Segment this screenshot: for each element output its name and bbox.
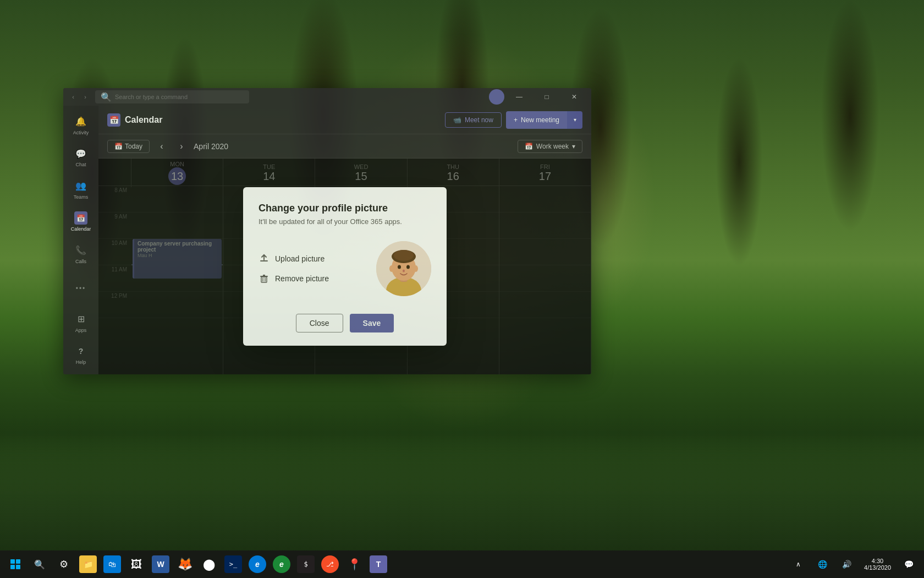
svg-point-12 <box>398 265 401 269</box>
sidebar-item-apps[interactable]: ⊞ Apps <box>65 308 96 338</box>
header-actions: 📹 Meet now + New meeting ▾ <box>445 111 582 129</box>
nav-back-button[interactable]: ‹ <box>68 91 79 102</box>
terminal-icon: >_ <box>224 555 242 573</box>
svg-point-14 <box>403 270 405 272</box>
chat-label: Chat <box>75 162 86 167</box>
taskbar-terminal[interactable]: >_ <box>222 553 244 575</box>
dialog-content: Upload picture <box>258 241 431 296</box>
prev-week-button[interactable]: ‹ <box>154 139 169 154</box>
today-button[interactable]: 📅 Today <box>107 140 150 153</box>
taskbar-search[interactable]: 🔍 <box>29 553 51 575</box>
taskbar-settings[interactable]: ⚙ <box>53 553 75 575</box>
upload-picture-label: Upload picture <box>275 254 324 263</box>
network-icon-taskbar[interactable]: 🌐 <box>811 553 833 575</box>
help-label: Help <box>76 359 86 365</box>
svg-point-15 <box>389 265 394 272</box>
avatar-svg <box>376 241 431 296</box>
edge-icon: e <box>249 555 266 573</box>
search-input[interactable] <box>115 94 244 100</box>
dialog-overlay: Change your profile picture It'll be upd… <box>98 159 591 374</box>
chrome-icon: ⬤ <box>203 558 215 571</box>
dropdown-icon: ▾ <box>572 143 575 150</box>
action-center-icon: 💬 <box>904 560 914 569</box>
taskbar-files[interactable]: 📁 <box>77 553 99 575</box>
teams-icon: 👥 <box>74 179 87 193</box>
new-meeting-dropdown[interactable]: ▾ <box>567 111 582 129</box>
clock-area[interactable]: 4:30 4/13/2020 <box>860 550 895 578</box>
next-week-button[interactable]: › <box>174 139 189 154</box>
dialog-footer: Close Save <box>258 314 431 332</box>
taskbar-chrome[interactable]: ⬤ <box>198 553 220 575</box>
upload-icon <box>258 253 270 264</box>
search-bar[interactable]: 🔍 <box>95 90 249 103</box>
dialog-save-button[interactable]: Save <box>350 314 394 332</box>
maximize-button[interactable]: □ <box>534 88 559 106</box>
profile-button[interactable] <box>489 89 504 105</box>
svg-rect-3 <box>261 277 267 282</box>
taskbar-bash[interactable]: $ <box>295 553 317 575</box>
calendar-nav: 📅 Today ‹ › April 2020 📅 Work week ▾ <box>98 134 591 159</box>
start-button[interactable] <box>4 553 26 575</box>
calendar-title-area: 📅 Calendar <box>107 113 438 127</box>
windows-logo <box>10 559 20 569</box>
win-pane-1 <box>10 559 15 564</box>
action-center-button[interactable]: 💬 <box>898 550 920 578</box>
sidebar-item-help[interactable]: ? Help <box>65 340 96 370</box>
taskbar-photos[interactable]: 🖼 <box>125 553 147 575</box>
svg-point-16 <box>414 265 418 272</box>
sidebar-item-calls[interactable]: 📞 Calls <box>65 239 96 269</box>
calendar-title-text: Calendar <box>125 115 162 125</box>
taskbar-git[interactable]: ⎇ <box>319 553 341 575</box>
dialog-title: Change your profile picture <box>258 203 431 214</box>
calendar-grid: Mon 13 Tue 14 Wed 15 Thu 16 <box>98 159 591 374</box>
firefox-icon: 🦊 <box>178 557 193 571</box>
files-icon: 📁 <box>79 555 97 573</box>
minimize-button[interactable]: — <box>507 88 532 106</box>
month-label: April 2020 <box>194 142 513 151</box>
calendar-header: 📅 Calendar 📹 Meet now + New meeting ▾ <box>98 106 591 134</box>
dialog-subtitle: It'll be updated for all of your Office … <box>258 217 431 226</box>
taskbar: 🔍 ⚙ 📁 🛍 🖼 W 🦊 ⬤ >_ <box>0 550 924 578</box>
more-icon: ••• <box>74 282 87 295</box>
taskbar-word[interactable]: W <box>150 553 172 575</box>
meet-now-button[interactable]: 📹 Meet now <box>445 112 502 128</box>
network-icon: 🌐 <box>818 560 827 569</box>
teams-window: ‹ › 🔍 — □ ✕ 🔔 Activit <box>63 88 591 374</box>
new-meeting-button[interactable]: + New meeting <box>506 111 567 129</box>
taskbar-system-tray: ∧ 🌐 🔊 4:30 4/13/2020 💬 <box>787 550 920 578</box>
sidebar-item-activity[interactable]: 🔔 Activity <box>65 110 96 140</box>
sound-icon-taskbar[interactable]: 🔊 <box>835 553 857 575</box>
nav-arrows: ‹ › <box>68 91 91 102</box>
show-hidden-icons[interactable]: ∧ <box>787 553 809 575</box>
teams-body: 🔔 Activity 💬 Chat 👥 Teams 📅 Calendar 📞 C… <box>63 106 591 374</box>
taskbar-edge[interactable]: e <box>246 553 268 575</box>
plus-icon: + <box>514 116 518 124</box>
taskbar-teams[interactable]: T <box>367 553 389 575</box>
sidebar-item-calendar[interactable]: 📅 Calendar <box>65 207 96 237</box>
ground-area <box>0 413 924 550</box>
upload-picture-item[interactable]: Upload picture <box>258 253 363 264</box>
title-bar: ‹ › 🔍 — □ ✕ <box>63 88 591 106</box>
video-icon: 📹 <box>453 116 461 124</box>
close-button[interactable]: ✕ <box>562 88 587 106</box>
view-selector[interactable]: 📅 Work week ▾ <box>518 140 582 153</box>
chevron-up-icon: ∧ <box>796 560 801 568</box>
taskbar-maps[interactable]: 📍 <box>343 553 365 575</box>
calls-icon: 📞 <box>74 244 87 257</box>
sidebar-item-more[interactable]: ••• <box>65 274 96 304</box>
clock-time: 4:30 <box>872 558 883 564</box>
svg-point-13 <box>406 265 410 269</box>
clock-date: 4/13/2020 <box>864 564 891 571</box>
search-icon: 🔍 <box>101 92 112 102</box>
title-bar-right: — □ ✕ <box>489 88 587 106</box>
sidebar-item-chat[interactable]: 💬 Chat <box>65 143 96 173</box>
settings-taskbar-icon: ⚙ <box>59 558 68 570</box>
nav-forward-button[interactable]: › <box>80 91 91 102</box>
word-icon: W <box>152 555 169 573</box>
taskbar-edge-beta[interactable]: e <box>271 553 293 575</box>
remove-picture-item[interactable]: Remove picture <box>258 273 363 284</box>
dialog-close-button[interactable]: Close <box>296 314 343 332</box>
sidebar-item-teams[interactable]: 👥 Teams <box>65 175 96 205</box>
taskbar-store[interactable]: 🛍 <box>101 553 123 575</box>
taskbar-firefox[interactable]: 🦊 <box>174 553 196 575</box>
